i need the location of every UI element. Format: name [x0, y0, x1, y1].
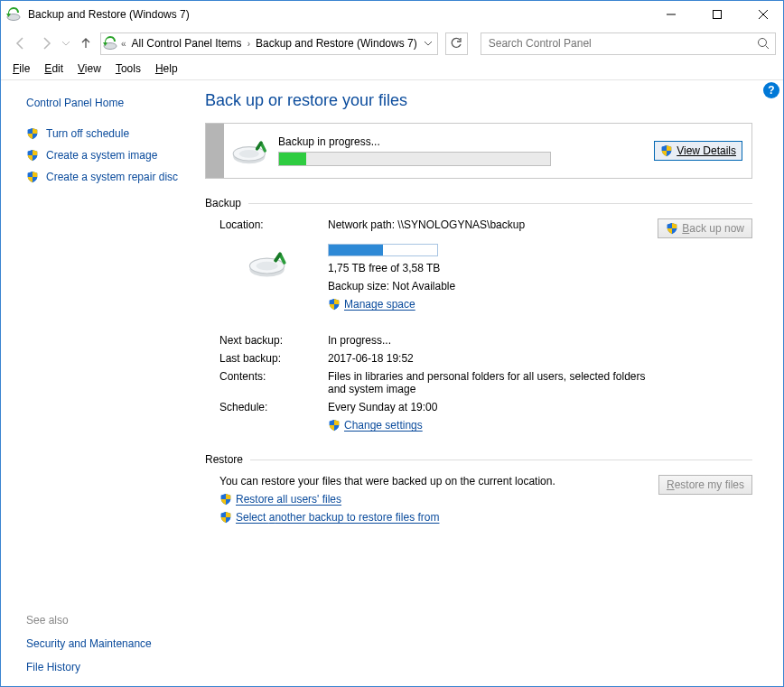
backup-progress-bar: [278, 152, 551, 166]
breadcrumb-app-icon: [103, 36, 117, 51]
security-maintenance-link[interactable]: Security and Maintenance: [26, 637, 191, 650]
change-settings-link[interactable]: Change settings: [328, 419, 752, 432]
back-button[interactable]: [10, 32, 32, 54]
window-title: Backup and Restore (Windows 7): [26, 8, 645, 21]
search-icon: [757, 37, 770, 50]
backup-details-grid: Location: Network path: \\SYNOLOGYNAS\ba…: [205, 218, 752, 311]
restore-text: You can restore your files that were bac…: [219, 475, 649, 487]
search-box[interactable]: [481, 32, 776, 55]
file-history-link[interactable]: File History: [26, 661, 191, 673]
chevron-right-icon: ›: [246, 39, 252, 49]
maximize-icon: [713, 10, 722, 19]
sidebar-item-label: Create a system repair disc: [46, 171, 178, 183]
shield-icon: [328, 298, 341, 311]
shield-icon: [328, 419, 341, 432]
shield-icon: [26, 127, 39, 140]
help-button[interactable]: ?: [763, 82, 779, 98]
menu-edit[interactable]: Edit: [38, 60, 70, 77]
sidebar-item-label: Create a system image: [46, 149, 157, 162]
svg-point-5: [759, 39, 767, 47]
restore-my-files-button[interactable]: Restore my files: [658, 475, 752, 495]
menu-bar: File Edit View Tools Help: [1, 59, 783, 79]
create-system-image-link[interactable]: Create a system image: [26, 149, 191, 162]
button-label: Restore my files: [667, 478, 744, 491]
location-label: Location:: [219, 218, 319, 238]
breadcrumb-item[interactable]: Backup and Restore (Windows 7): [254, 37, 419, 50]
shield-icon: [660, 144, 673, 157]
schedule-label: Schedule:: [219, 401, 319, 413]
shield-icon: [26, 171, 39, 183]
contents-label: Contents:: [219, 370, 319, 395]
restore-section-header: Restore: [205, 453, 752, 466]
disk-usage-bar: [328, 244, 438, 256]
menu-view[interactable]: View: [71, 60, 107, 77]
maximize-button[interactable]: [696, 2, 737, 28]
restore-row: You can restore your files that were bac…: [205, 475, 752, 524]
menu-file[interactable]: File: [6, 60, 36, 77]
restore-all-users-link[interactable]: Restore all users' files: [219, 493, 649, 506]
backup-device-icon: [224, 136, 278, 165]
backup-now-button[interactable]: Back up now: [658, 218, 752, 238]
progress-fill: [279, 153, 306, 165]
main-panel: Back up or restore your files Backup in …: [200, 80, 783, 686]
breadcrumb-item[interactable]: All Control Panel Items: [130, 37, 244, 50]
content-area: ? Control Panel Home Turn off schedule C…: [1, 80, 783, 686]
sidebar: Control Panel Home Turn off schedule Cre…: [1, 80, 200, 686]
create-repair-disc-link[interactable]: Create a system repair disc: [26, 171, 191, 183]
up-button[interactable]: [75, 32, 97, 54]
button-label: Back up now: [682, 222, 744, 235]
last-backup-value: 2017-06-18 19:52: [328, 352, 752, 365]
last-backup-label: Last backup:: [219, 352, 319, 365]
location-value: Network path: \\SYNOLOGYNAS\backup: [328, 218, 635, 238]
link-label: Select another backup to restore files f…: [236, 511, 439, 524]
forward-button[interactable]: [35, 32, 57, 54]
search-input[interactable]: [487, 36, 751, 51]
usage-fill: [329, 245, 383, 255]
turn-off-schedule-link[interactable]: Turn off schedule: [26, 127, 191, 140]
shield-icon: [219, 511, 232, 524]
control-panel-home-link[interactable]: Control Panel Home: [26, 97, 191, 109]
view-details-button[interactable]: View Details: [654, 141, 742, 161]
chevron-down-icon: [62, 40, 70, 47]
app-icon: [6, 7, 21, 22]
shield-icon: [219, 493, 232, 506]
status-strip: [206, 124, 224, 178]
link-label: Manage space: [344, 298, 415, 311]
device-icon: [219, 244, 319, 311]
menu-tools[interactable]: Tools: [109, 60, 147, 77]
shield-icon: [666, 222, 678, 235]
section-title: Backup: [205, 197, 241, 209]
backup-status-card: Backup in progress... View Details: [205, 123, 752, 179]
refresh-icon: [450, 37, 462, 50]
schedule-grid: Next backup: In progress... Last backup:…: [205, 334, 752, 432]
see-also-heading: See also: [26, 614, 191, 627]
breadcrumb-dropdown[interactable]: [421, 40, 435, 47]
close-icon: [759, 10, 768, 19]
select-another-backup-link[interactable]: Select another backup to restore files f…: [219, 511, 649, 524]
navigation-bar: « All Control Panel Items › Backup and R…: [1, 28, 783, 59]
up-arrow-icon: [79, 36, 93, 51]
schedule-value: Every Sunday at 19:00: [328, 401, 752, 413]
manage-space-link[interactable]: Manage space: [328, 298, 635, 311]
next-backup-label: Next backup:: [219, 334, 319, 347]
shield-icon: [26, 149, 39, 162]
minimize-button[interactable]: [650, 2, 691, 28]
sidebar-item-label: Turn off schedule: [46, 127, 129, 140]
menu-help[interactable]: Help: [149, 60, 184, 77]
close-button[interactable]: [742, 2, 783, 28]
contents-value: Files in libraries and personal folders …: [328, 370, 653, 395]
backup-section-header: Backup: [205, 197, 752, 209]
button-label: View Details: [677, 144, 736, 157]
free-space-text: 1,75 TB free of 3,58 TB: [328, 262, 635, 274]
backup-size-text: Backup size: Not Available: [328, 280, 635, 292]
chevron-down-icon: [425, 40, 432, 47]
minimize-icon: [667, 10, 676, 19]
address-bar[interactable]: « All Control Panel Items › Backup and R…: [100, 32, 438, 55]
back-arrow-icon: [14, 36, 28, 51]
section-title: Restore: [205, 453, 243, 466]
history-dropdown[interactable]: [61, 32, 71, 54]
breadcrumb-sep-icon: «: [119, 39, 128, 49]
refresh-button[interactable]: [445, 32, 468, 55]
page-title: Back up or restore your files: [205, 91, 752, 110]
link-label: Restore all users' files: [236, 493, 341, 506]
